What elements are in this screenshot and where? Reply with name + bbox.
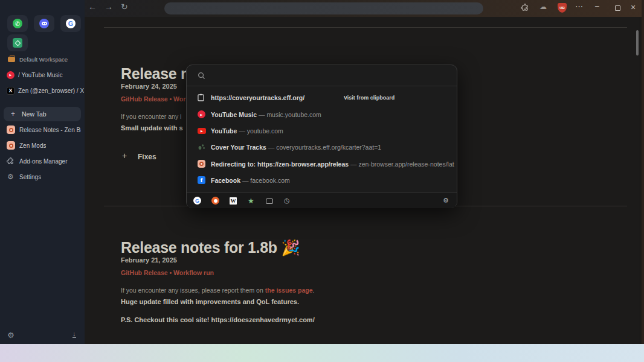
clipboard-icon — [198, 94, 204, 101]
tabs-filter-icon[interactable] — [266, 198, 273, 204]
article-text: If you encounter any issues, please repo… — [121, 287, 314, 294]
suggestion-domain: coveryourtracks.eff.org/kcarter?aat=1 — [276, 144, 381, 151]
back-button[interactable]: ← — [88, 2, 97, 11]
article-title: Release n — [121, 65, 190, 83]
separator: — — [259, 111, 265, 118]
tab-settings[interactable]: ⚙ Settings — [0, 171, 85, 183]
suggestion-youtube[interactable]: YouTube — youtube.com — [187, 122, 457, 139]
pinned-tab-label: Zen (@zen_browser) / X — [18, 87, 84, 94]
gear-icon: ⚙ — [7, 173, 14, 181]
green-app-icon — [13, 38, 22, 48]
suggestion-domain: music.youtube.com — [266, 111, 321, 118]
facebook-icon: f — [198, 176, 205, 184]
article-links[interactable]: GitHub Release • Worl — [121, 95, 187, 103]
new-tab-button[interactable]: + New Tab — [4, 107, 81, 121]
issues-page-link[interactable]: the issues page — [265, 287, 313, 294]
suggestion-title: YouTube Music — [211, 111, 257, 118]
sidebar: ✆ G Default Workspace / YouTube Music X — [0, 0, 85, 344]
clipboard-badge: Visit from clipboard — [344, 95, 394, 101]
suggestion-cover-your-tracks[interactable]: Cover Your Tracks — coveryourtracks.eff.… — [187, 139, 457, 155]
google-search-icon[interactable]: G — [193, 197, 201, 205]
new-tab-label: New Tab — [22, 110, 47, 118]
suggestion-domain: zen-browser.app/release-notes/lat — [358, 160, 454, 168]
bookmarks-filter-icon[interactable]: ★ — [248, 197, 254, 205]
article-text: Small update with s — [121, 124, 183, 132]
google-icon: G — [66, 19, 76, 28]
separator: — — [350, 160, 357, 168]
suggestion-title: Redirecting to: https://zen-browser.app/… — [211, 160, 349, 168]
suggestion-title: Facebook — [211, 177, 240, 184]
article-text: P.S. Checkout this cool site! https://do… — [121, 316, 315, 323]
close-button[interactable]: × — [631, 2, 636, 12]
tab-release-notes[interactable]: Release Notes - Zen Brow — [0, 124, 85, 136]
workspace-selector[interactable]: Default Workspace — [0, 53, 85, 65]
puzzle-icon — [7, 157, 14, 168]
overflow-menu-button[interactable]: ⋯ — [575, 2, 584, 11]
tab-label: Release Notes - Zen Brow — [19, 127, 81, 133]
separator: — — [239, 127, 245, 135]
urlbar-popup: https://coveryourtracks.eff.org/ Visit f… — [186, 65, 457, 208]
separator: — — [268, 144, 275, 151]
workspace-tile-whatsapp[interactable]: ✆ — [7, 15, 28, 32]
workspace-icon — [8, 57, 15, 62]
scrollbar-thumb[interactable] — [636, 30, 639, 56]
workspace-tile-google[interactable]: G — [60, 15, 81, 32]
tab-label: Settings — [19, 174, 41, 180]
search-settings-gear-icon[interactable]: ⚙ — [443, 197, 449, 205]
suggestion-title: https://coveryourtracks.eff.org/ — [211, 94, 304, 101]
workspace-tile-green-app[interactable] — [7, 34, 28, 51]
divider — [104, 27, 627, 28]
forward-button[interactable]: → — [105, 2, 113, 11]
article-links[interactable]: GitHub Release • Workflow run — [121, 269, 214, 276]
suggestion-zen-redirect[interactable]: Redirecting to: https://zen-browser.app/… — [187, 156, 457, 172]
tab-label: Zen Mods — [19, 142, 46, 149]
extension-icon[interactable]: ☁ — [539, 2, 547, 11]
issues-text: If you encounter any issues, please repo… — [121, 287, 265, 294]
plus-icon: + — [11, 110, 15, 118]
ublock-origin-icon[interactable]: UB — [558, 3, 567, 13]
expand-plus-icon[interactable]: + — [122, 151, 127, 160]
divider — [187, 86, 457, 86]
downloads-icon[interactable]: ↓ — [72, 331, 76, 338]
issues-text-suffix: . — [313, 287, 315, 294]
zen-tab-icon — [198, 160, 205, 168]
titlebar: ← → ↻ ☁ UB ⋯ – × — [0, 0, 642, 17]
pinned-tab-x[interactable]: X Zen (@zen_browser) / X — [0, 84, 85, 97]
pinned-tab-label: / YouTube Music — [18, 72, 63, 78]
workspace-tile-discord[interactable] — [34, 15, 54, 32]
article-text: Huge update filled with improvements and… — [121, 298, 299, 305]
url-bar[interactable] — [164, 2, 483, 14]
reload-button[interactable]: ↻ — [121, 2, 128, 11]
fixes-section-toggle[interactable]: Fixes — [138, 153, 156, 161]
maximize-button[interactable] — [615, 5, 620, 11]
workspace-label: Default Workspace — [19, 56, 68, 63]
minimize-button[interactable]: – — [595, 2, 599, 10]
extensions-puzzle-icon[interactable] — [521, 4, 529, 14]
tab-label: Add-ons Manager — [19, 158, 68, 165]
suggestion-title: Cover Your Tracks — [211, 144, 266, 151]
suggestion-clipboard[interactable]: https://coveryourtracks.eff.org/ Visit f… — [187, 89, 457, 106]
article-date: February 24, 2025 — [121, 83, 177, 90]
wikipedia-search-icon[interactable]: W — [230, 197, 237, 205]
tab-addons-manager[interactable]: Add-ons Manager — [0, 155, 85, 167]
history-filter-icon[interactable]: ◷ — [284, 197, 290, 205]
search-shortcuts-bar: G W ★ ◷ ⚙ — [187, 192, 457, 208]
taskbar: 81°F Sunny T N T ∿ ∧ ☁ — [0, 344, 644, 362]
search-icon — [198, 71, 205, 82]
pinned-tab-youtube-music[interactable]: / YouTube Music — [0, 69, 85, 81]
whatsapp-icon: ✆ — [13, 19, 22, 28]
suggestion-domain: facebook.com — [250, 177, 289, 184]
youtube-music-icon — [198, 110, 205, 118]
article-title: Release notes for 1.8b 🎉 — [121, 239, 300, 256]
suggestion-facebook[interactable]: f Facebook — facebook.com — [187, 172, 457, 188]
tab-zen-mods[interactable]: Zen Mods — [0, 139, 85, 151]
footprint-icon — [198, 143, 205, 151]
article-text: If you encounter any i — [121, 113, 181, 120]
youtube-icon — [198, 128, 206, 134]
sidebar-settings-gear-icon[interactable]: ⚙ — [7, 331, 14, 340]
discord-icon — [39, 19, 49, 28]
suggestion-domain: youtube.com — [247, 127, 283, 135]
duckduckgo-search-icon[interactable] — [211, 197, 219, 205]
article-date: February 21, 2025 — [121, 256, 177, 264]
suggestion-youtube-music[interactable]: YouTube Music — music.youtube.com — [187, 106, 457, 122]
